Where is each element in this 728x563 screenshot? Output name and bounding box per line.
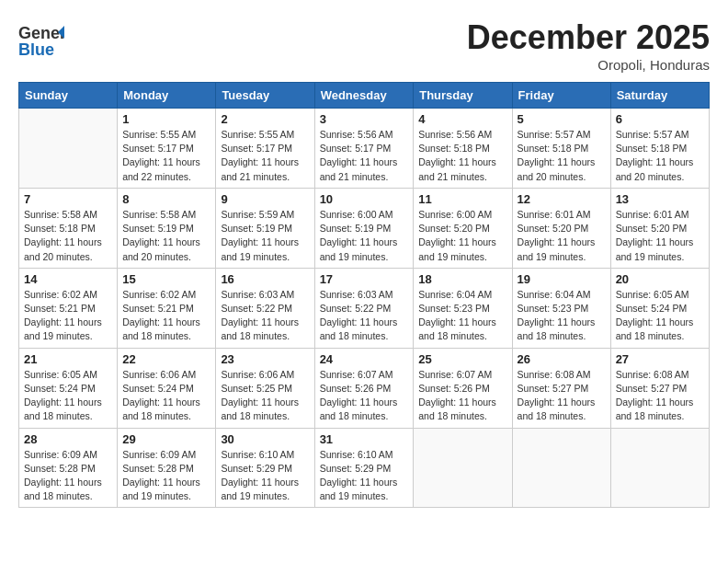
day-number: 17 bbox=[320, 272, 409, 286]
day-info: Sunrise: 6:00 AM Sunset: 5:20 PM Dayligh… bbox=[418, 208, 506, 264]
day-info: Sunrise: 6:09 AM Sunset: 5:28 PM Dayligh… bbox=[24, 448, 112, 504]
day-info: Sunrise: 6:06 AM Sunset: 5:25 PM Dayligh… bbox=[221, 368, 309, 424]
calendar-week-row: 1Sunrise: 5:55 AM Sunset: 5:17 PM Daylig… bbox=[19, 109, 710, 189]
day-info: Sunrise: 6:04 AM Sunset: 5:23 PM Dayligh… bbox=[418, 288, 506, 344]
day-number: 13 bbox=[616, 192, 704, 206]
day-info: Sunrise: 6:09 AM Sunset: 5:28 PM Dayligh… bbox=[122, 448, 210, 504]
table-row: 31Sunrise: 6:10 AM Sunset: 5:29 PM Dayli… bbox=[314, 428, 414, 508]
calendar-week-row: 14Sunrise: 6:02 AM Sunset: 5:21 PM Dayli… bbox=[19, 268, 710, 348]
day-info: Sunrise: 6:04 AM Sunset: 5:23 PM Dayligh… bbox=[518, 288, 606, 344]
day-number: 3 bbox=[320, 112, 409, 126]
day-info: Sunrise: 6:03 AM Sunset: 5:22 PM Dayligh… bbox=[320, 288, 409, 344]
table-row: 14Sunrise: 6:02 AM Sunset: 5:21 PM Dayli… bbox=[19, 268, 118, 348]
table-row: 11Sunrise: 6:00 AM Sunset: 5:20 PM Dayli… bbox=[414, 188, 512, 268]
header-saturday: Saturday bbox=[610, 83, 709, 109]
day-number: 22 bbox=[122, 352, 210, 366]
day-number: 21 bbox=[24, 352, 112, 366]
calendar-week-row: 28Sunrise: 6:09 AM Sunset: 5:28 PM Dayli… bbox=[19, 428, 710, 508]
day-number: 30 bbox=[221, 432, 309, 446]
header-friday: Friday bbox=[512, 83, 610, 109]
day-info: Sunrise: 6:01 AM Sunset: 5:20 PM Dayligh… bbox=[616, 208, 704, 264]
day-number: 12 bbox=[518, 192, 606, 206]
day-info: Sunrise: 6:07 AM Sunset: 5:26 PM Dayligh… bbox=[418, 368, 506, 424]
calendar-table: Sunday Monday Tuesday Wednesday Thursday… bbox=[18, 82, 710, 508]
month-title: December 2025 bbox=[467, 18, 710, 57]
table-row: 3Sunrise: 5:56 AM Sunset: 5:17 PM Daylig… bbox=[314, 109, 414, 189]
table-row: 10Sunrise: 6:00 AM Sunset: 5:19 PM Dayli… bbox=[314, 188, 414, 268]
table-row: 13Sunrise: 6:01 AM Sunset: 5:20 PM Dayli… bbox=[610, 188, 709, 268]
table-row: 8Sunrise: 5:58 AM Sunset: 5:19 PM Daylig… bbox=[118, 188, 216, 268]
day-number: 18 bbox=[418, 272, 506, 286]
day-info: Sunrise: 6:05 AM Sunset: 5:24 PM Dayligh… bbox=[616, 288, 704, 344]
day-number: 25 bbox=[418, 352, 506, 366]
header-tuesday: Tuesday bbox=[216, 83, 314, 109]
table-row: 24Sunrise: 6:07 AM Sunset: 5:26 PM Dayli… bbox=[314, 348, 414, 428]
day-info: Sunrise: 5:56 AM Sunset: 5:17 PM Dayligh… bbox=[320, 128, 409, 184]
header-thursday: Thursday bbox=[414, 83, 512, 109]
table-row bbox=[610, 428, 709, 508]
day-number: 31 bbox=[320, 432, 409, 446]
day-number: 1 bbox=[122, 112, 210, 126]
day-info: Sunrise: 5:55 AM Sunset: 5:17 PM Dayligh… bbox=[122, 128, 210, 184]
table-row: 12Sunrise: 6:01 AM Sunset: 5:20 PM Dayli… bbox=[512, 188, 610, 268]
day-number: 14 bbox=[24, 272, 112, 286]
table-row: 23Sunrise: 6:06 AM Sunset: 5:25 PM Dayli… bbox=[216, 348, 314, 428]
day-info: Sunrise: 6:01 AM Sunset: 5:20 PM Dayligh… bbox=[518, 208, 606, 264]
table-row: 2Sunrise: 5:55 AM Sunset: 5:17 PM Daylig… bbox=[216, 109, 314, 189]
day-number: 4 bbox=[418, 112, 506, 126]
table-row: 26Sunrise: 6:08 AM Sunset: 5:27 PM Dayli… bbox=[512, 348, 610, 428]
day-number: 2 bbox=[221, 112, 309, 126]
day-info: Sunrise: 6:08 AM Sunset: 5:27 PM Dayligh… bbox=[616, 368, 704, 424]
table-row: 22Sunrise: 6:06 AM Sunset: 5:24 PM Dayli… bbox=[118, 348, 216, 428]
table-row: 20Sunrise: 6:05 AM Sunset: 5:24 PM Dayli… bbox=[610, 268, 709, 348]
calendar-week-row: 21Sunrise: 6:05 AM Sunset: 5:24 PM Dayli… bbox=[19, 348, 710, 428]
title-block: December 2025 Oropoli, Honduras bbox=[467, 18, 710, 73]
table-row: 16Sunrise: 6:03 AM Sunset: 5:22 PM Dayli… bbox=[216, 268, 314, 348]
day-info: Sunrise: 5:55 AM Sunset: 5:17 PM Dayligh… bbox=[221, 128, 309, 184]
svg-text:Blue: Blue bbox=[18, 40, 54, 59]
day-number: 29 bbox=[122, 432, 210, 446]
day-number: 24 bbox=[320, 352, 409, 366]
table-row: 4Sunrise: 5:56 AM Sunset: 5:18 PM Daylig… bbox=[414, 109, 512, 189]
day-number: 9 bbox=[221, 192, 309, 206]
table-row: 5Sunrise: 5:57 AM Sunset: 5:18 PM Daylig… bbox=[512, 109, 610, 189]
table-row bbox=[19, 109, 118, 189]
day-info: Sunrise: 6:08 AM Sunset: 5:27 PM Dayligh… bbox=[518, 368, 606, 424]
calendar-header-row: Sunday Monday Tuesday Wednesday Thursday… bbox=[19, 83, 710, 109]
table-row: 1Sunrise: 5:55 AM Sunset: 5:17 PM Daylig… bbox=[118, 109, 216, 189]
day-info: Sunrise: 6:05 AM Sunset: 5:24 PM Dayligh… bbox=[24, 368, 112, 424]
table-row: 19Sunrise: 6:04 AM Sunset: 5:23 PM Dayli… bbox=[512, 268, 610, 348]
day-info: Sunrise: 6:00 AM Sunset: 5:19 PM Dayligh… bbox=[320, 208, 409, 264]
day-info: Sunrise: 6:07 AM Sunset: 5:26 PM Dayligh… bbox=[320, 368, 409, 424]
table-row: 30Sunrise: 6:10 AM Sunset: 5:29 PM Dayli… bbox=[216, 428, 314, 508]
day-number: 11 bbox=[418, 192, 506, 206]
day-number: 27 bbox=[616, 352, 704, 366]
day-info: Sunrise: 6:10 AM Sunset: 5:29 PM Dayligh… bbox=[221, 448, 309, 504]
table-row: 29Sunrise: 6:09 AM Sunset: 5:28 PM Dayli… bbox=[118, 428, 216, 508]
day-number: 23 bbox=[221, 352, 309, 366]
logo-icon: General Blue bbox=[18, 18, 64, 64]
table-row: 21Sunrise: 6:05 AM Sunset: 5:24 PM Dayli… bbox=[19, 348, 118, 428]
page-header: General Blue December 2025 Oropoli, Hond… bbox=[18, 18, 710, 73]
day-info: Sunrise: 5:56 AM Sunset: 5:18 PM Dayligh… bbox=[418, 128, 506, 184]
table-row bbox=[512, 428, 610, 508]
day-number: 15 bbox=[122, 272, 210, 286]
day-info: Sunrise: 6:03 AM Sunset: 5:22 PM Dayligh… bbox=[221, 288, 309, 344]
header-sunday: Sunday bbox=[19, 83, 118, 109]
day-number: 7 bbox=[24, 192, 112, 206]
table-row: 7Sunrise: 5:58 AM Sunset: 5:18 PM Daylig… bbox=[19, 188, 118, 268]
day-info: Sunrise: 5:58 AM Sunset: 5:18 PM Dayligh… bbox=[24, 208, 112, 264]
day-info: Sunrise: 5:57 AM Sunset: 5:18 PM Dayligh… bbox=[616, 128, 704, 184]
table-row: 18Sunrise: 6:04 AM Sunset: 5:23 PM Dayli… bbox=[414, 268, 512, 348]
day-number: 8 bbox=[122, 192, 210, 206]
day-number: 28 bbox=[24, 432, 112, 446]
table-row bbox=[414, 428, 512, 508]
day-number: 6 bbox=[616, 112, 704, 126]
day-number: 10 bbox=[320, 192, 409, 206]
day-info: Sunrise: 5:59 AM Sunset: 5:19 PM Dayligh… bbox=[221, 208, 309, 264]
day-info: Sunrise: 5:58 AM Sunset: 5:19 PM Dayligh… bbox=[122, 208, 210, 264]
table-row: 25Sunrise: 6:07 AM Sunset: 5:26 PM Dayli… bbox=[414, 348, 512, 428]
svg-text:General: General bbox=[18, 24, 64, 42]
calendar-week-row: 7Sunrise: 5:58 AM Sunset: 5:18 PM Daylig… bbox=[19, 188, 710, 268]
day-info: Sunrise: 6:02 AM Sunset: 5:21 PM Dayligh… bbox=[24, 288, 112, 344]
